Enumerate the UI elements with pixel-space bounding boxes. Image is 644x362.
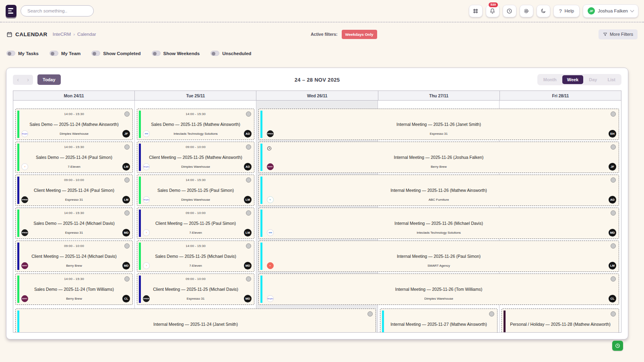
event-card[interactable]: Internal Meeting — 2025-11-26 (Tom Willi… <box>258 274 619 305</box>
toggle-switch[interactable] <box>211 51 219 56</box>
company-logo: INTE <box>267 229 274 236</box>
event-status-circle[interactable] <box>124 243 130 249</box>
event-status-circle[interactable] <box>489 311 494 317</box>
event-card[interactable]: 09:00 - 10:00Client Meeting — 2025-11-25… <box>137 208 254 239</box>
notifications-button[interactable]: 539 <box>486 5 500 17</box>
view-button-month[interactable]: Month <box>539 75 561 84</box>
event-card[interactable]: 14:00 - 15:30Sales Demo — 2025-11-24 (Pa… <box>15 142 133 173</box>
help-button[interactable]: ? Help <box>553 5 580 17</box>
breadcrumb-separator: › <box>73 32 75 37</box>
event-status-circle[interactable] <box>124 210 130 216</box>
toggle-unscheduled[interactable]: Unscheduled <box>211 51 251 56</box>
recent-activity-button[interactable] <box>503 5 516 17</box>
toggle-my-tasks[interactable]: My Tasks <box>6 51 39 56</box>
toggle-show-weekends[interactable]: Show Weekends <box>152 51 200 56</box>
event-status-circle[interactable] <box>246 111 251 117</box>
toggle-switch[interactable] <box>50 51 58 56</box>
breadcrumb-app[interactable]: InteCRM <box>53 32 71 37</box>
event-card[interactable]: Internal Meeting — 2025-11-26 (Janet Smi… <box>258 109 619 140</box>
event-status-circle[interactable] <box>367 311 373 317</box>
event-card[interactable]: Internal Meeting — 2025-11-26 (Joshua Fa… <box>258 142 619 173</box>
event-type-color-bar <box>17 311 19 333</box>
assignee-avatar: JF <box>122 130 130 138</box>
event-card[interactable]: Personal / Holiday — 2025-11-28 (Mathew … <box>502 309 619 333</box>
event-card[interactable]: 14:00 - 15:30Sales Demo — 2025-11-24 (Ma… <box>15 109 133 140</box>
help-label: Help <box>565 8 574 13</box>
event-status-circle[interactable] <box>124 276 130 282</box>
event-status-circle[interactable] <box>611 276 616 282</box>
event-status-circle[interactable] <box>611 177 616 183</box>
event-title: Client Meeting — 2025-11-25 (Michael Dav… <box>143 287 248 292</box>
company-logo: BERRY <box>21 295 28 302</box>
event-card[interactable]: Internal Meeting — 2025-11-27 (Mathew Ai… <box>380 309 497 333</box>
event-company: Inteclads Technology Solutions <box>137 132 254 136</box>
event-company: Espresso 31 <box>16 231 132 234</box>
event-status-circle[interactable] <box>611 144 616 150</box>
more-filters-button[interactable]: More Filters <box>599 29 638 39</box>
assignee-avatar: MD <box>244 262 252 269</box>
event-time: 09:00 - 10:00 <box>16 178 132 182</box>
event-title: Client Meeting — 2025-11-24 (Paul Simon) <box>21 188 127 193</box>
event-status-circle[interactable] <box>246 144 251 150</box>
event-title: Internal Meeting — 2025-11-27 (Mathew Ai… <box>386 322 491 327</box>
settings-button[interactable] <box>520 5 533 17</box>
toggle-my-team[interactable]: My Team <box>50 51 80 56</box>
weekdays-only-filter-badge[interactable]: Weekdays Only <box>342 30 377 39</box>
search-box[interactable] <box>21 5 94 16</box>
assignee-avatar: LM <box>609 262 616 269</box>
event-card[interactable]: 09:00 - 10:00Client Meeting — 2025-11-25… <box>137 274 254 305</box>
event-card[interactable]: 09:00 - 10:00Client Meeting — 2025-11-24… <box>15 241 133 272</box>
toggle-show-completed[interactable]: Show Completed <box>91 51 140 56</box>
event-status-circle[interactable] <box>124 144 130 150</box>
event-card[interactable]: 14:00 - 15:30Sales Demo — 2025-11-25 (Pa… <box>137 175 254 206</box>
company-logo: ESPRESSO <box>21 196 28 203</box>
event-card[interactable]: 14:00 - 15:30Sales Demo — 2025-11-25 (Mi… <box>137 241 254 272</box>
event-card[interactable]: Internal Meeting — 2025-11-26 (Michael D… <box>258 208 619 239</box>
event-status-circle[interactable] <box>246 243 251 249</box>
event-card[interactable]: Internal Meeting — 2025-11-26 (Mathew Ai… <box>258 175 619 206</box>
toggle-switch[interactable] <box>6 51 15 56</box>
bell-icon <box>489 8 495 14</box>
view-button-day[interactable]: Day <box>584 75 602 84</box>
event-status-circle[interactable] <box>246 210 251 216</box>
event-status-circle[interactable] <box>611 111 616 117</box>
toggle-switch[interactable] <box>152 51 161 56</box>
event-card[interactable]: 14:00 - 15:30Sales Demo — 2025-11-24 (To… <box>15 274 133 305</box>
view-button-list[interactable]: List <box>603 75 620 84</box>
event-card[interactable]: Internal Meeting — 2025-11-26 (Paul Simo… <box>258 241 619 272</box>
toggle-label: Show Completed <box>103 51 140 56</box>
moon-icon <box>541 8 546 14</box>
event-title: Sales Demo — 2025-11-24 (Michael Davis) <box>21 221 127 226</box>
event-status-circle[interactable] <box>611 311 616 317</box>
event-company: Dimples Warehouse <box>16 132 132 136</box>
event-card[interactable]: 14:00 - 15:30Sales Demo — 2025-11-24 (Mi… <box>15 208 133 239</box>
hamburger-menu-button[interactable] <box>6 5 17 17</box>
event-title: Client Meeting — 2025-11-25 (Mathew Ains… <box>143 155 248 160</box>
toggle-knob <box>51 52 54 56</box>
event-status-circle[interactable] <box>246 276 251 282</box>
event-title: Internal Meeting — 2025-11-26 (Tom Willi… <box>264 287 613 292</box>
event-company: Inteclads Technology Solutions <box>259 231 619 234</box>
gear-icon <box>523 8 529 14</box>
event-card[interactable]: Internal Meeting — 2025-11-24 (Janet Smi… <box>15 309 376 333</box>
event-status-circle[interactable] <box>246 177 251 183</box>
company-logo-text: BERRY <box>22 298 27 300</box>
event-time: 09:00 - 10:00 <box>137 145 254 149</box>
event-card[interactable]: 09:00 - 10:00Client Meeting — 2025-11-24… <box>15 175 133 206</box>
event-company: 7-Eleven <box>137 264 254 267</box>
event-status-circle[interactable] <box>611 243 616 249</box>
time-tracker-fab[interactable] <box>612 341 623 351</box>
event-card[interactable]: 09:00 - 10:00Client Meeting — 2025-11-25… <box>137 142 254 173</box>
user-menu-button[interactable]: JF Joshua Falken <box>583 4 638 18</box>
search-input[interactable] <box>27 8 89 13</box>
event-status-circle[interactable] <box>124 111 130 117</box>
event-status-circle[interactable] <box>611 210 616 216</box>
breadcrumb-page[interactable]: Calendar <box>77 32 96 37</box>
event-status-circle[interactable] <box>124 177 130 183</box>
assignee-avatar: LM <box>122 163 130 171</box>
toggle-switch[interactable] <box>91 51 100 56</box>
dark-mode-button[interactable] <box>537 5 550 17</box>
event-card[interactable]: 14:00 - 15:30Sales Demo — 2025-11-25 (Ma… <box>137 109 254 140</box>
apps-grid-button[interactable] <box>469 5 483 17</box>
view-button-week[interactable]: Week <box>562 75 584 84</box>
